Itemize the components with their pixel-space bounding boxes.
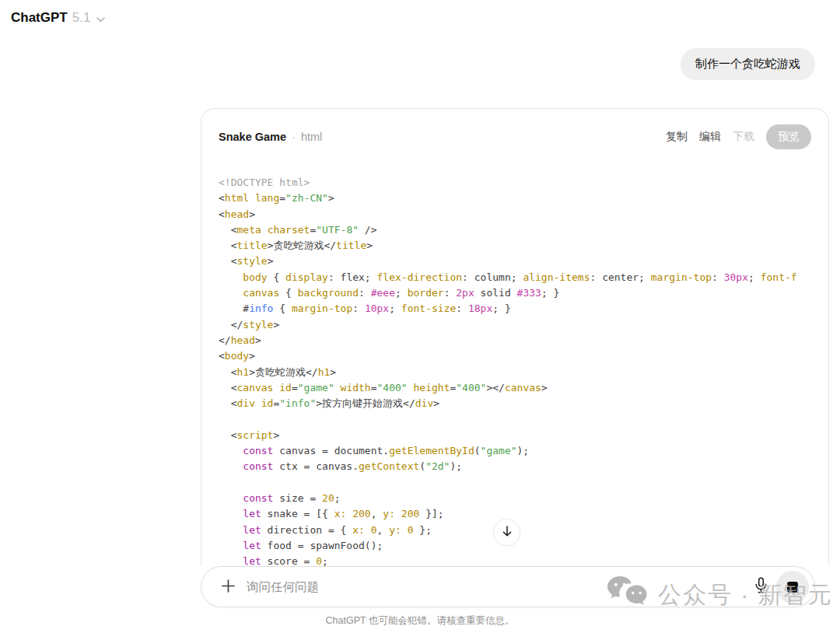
stop-icon: [787, 582, 798, 593]
title-separator: ·: [292, 131, 296, 143]
composer-bar: [201, 566, 815, 607]
model-switcher[interactable]: ChatGPT 5.1: [11, 9, 105, 26]
scroll-to-bottom-button[interactable]: [493, 519, 520, 546]
code-line: </style>: [219, 317, 811, 333]
code-line: [219, 475, 811, 491]
code-card-header: Snake Game · html 复制 编辑 下载 预览: [201, 109, 828, 149]
download-button[interactable]: 下载: [733, 130, 754, 144]
code-line: #info { margin-top: 10px; font-size: 18p…: [219, 301, 811, 316]
code-line: </head>: [219, 333, 811, 348]
arrow-down-icon: [501, 525, 513, 540]
code-line: <style>: [219, 254, 811, 269]
stop-generating-button[interactable]: [776, 571, 809, 603]
dictate-button[interactable]: [748, 575, 773, 600]
code-line: body { display: flex; flex-direction: co…: [219, 270, 811, 285]
brand-title: ChatGPT: [11, 10, 68, 26]
code-line: <title>贪吃蛇游戏</title>: [219, 238, 811, 254]
code-line: <meta charset="UTF-8" />: [219, 222, 811, 238]
code-card-title: Snake Game: [219, 131, 286, 143]
code-line: const canvas = document.getElementById("…: [219, 443, 811, 459]
code-line: <head>: [219, 207, 811, 222]
user-message-bubble: 制作一个贪吃蛇游戏: [681, 48, 815, 80]
edit-button[interactable]: 编辑: [699, 130, 721, 144]
code-line: <body>: [219, 348, 811, 364]
code-line: const size = 20;: [219, 491, 811, 506]
code-card-title-group: Snake Game · html: [219, 131, 322, 143]
code-card-actions: 复制 编辑 下载 预览: [666, 124, 811, 149]
user-message-row: 制作一个贪吃蛇游戏: [681, 48, 815, 80]
code-line: [219, 411, 811, 427]
preview-button[interactable]: 预览: [766, 124, 811, 149]
code-canvas-card: Snake Game · html 复制 编辑 下载 预览 <!DOCTYPE …: [201, 108, 829, 566]
code-line: let score = 0;: [219, 554, 811, 566]
code-line: <!DOCTYPE html>: [219, 175, 811, 191]
copy-button[interactable]: 复制: [666, 130, 688, 144]
code-line: let snake = [{ x: 200, y: 200 }];: [219, 506, 811, 522]
code-line: canvas { background: #eee; border: 2px s…: [219, 285, 811, 301]
code-line: <html lang="zh-CN">: [219, 191, 811, 206]
code-line: <script>: [219, 428, 811, 443]
attach-button[interactable]: [217, 576, 239, 598]
code-line: const ctx = canvas.getContext("2d");: [219, 459, 811, 474]
microphone-icon: [754, 577, 768, 596]
code-block: <!DOCTYPE html><html lang="zh-CN"><head>…: [201, 175, 828, 566]
footer-disclaimer: ChatGPT 也可能会犯错。请核查重要信息。: [0, 614, 840, 628]
code-line: <div id="info">按方向键开始游戏</div>: [219, 396, 811, 411]
chat-input[interactable]: [247, 580, 748, 594]
code-language-label: html: [301, 131, 322, 143]
plus-icon: [221, 579, 236, 596]
code-line: <h1>贪吃蛇游戏</h1>: [219, 365, 811, 380]
code-line: <canvas id="game" width="400" height="40…: [219, 380, 811, 396]
chevron-down-icon: [96, 12, 105, 26]
model-version: 5.1: [72, 10, 91, 26]
chatgpt-page: ChatGPT 5.1 制作一个贪吃蛇游戏 Snake Game · html …: [0, 0, 840, 633]
